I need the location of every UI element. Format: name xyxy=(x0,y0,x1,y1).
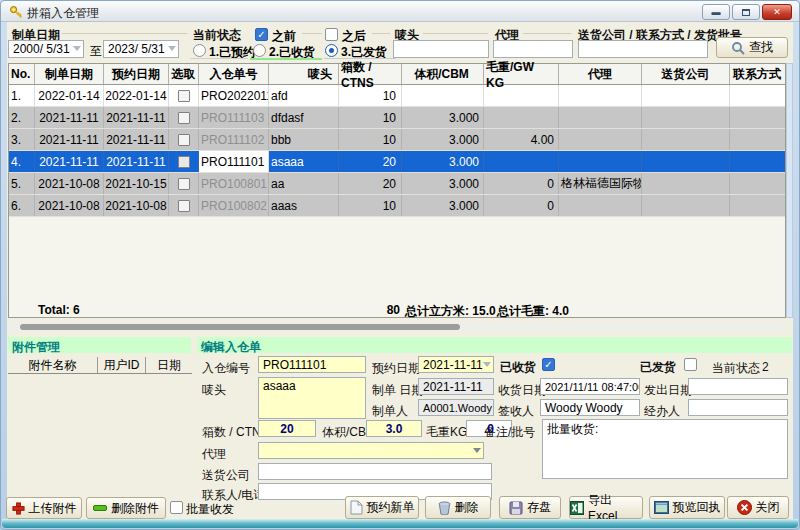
table-row[interactable]: 3. 2021-11-11 2021-11-11 PRO111102 bbb 1… xyxy=(9,129,785,151)
attachments-col-name[interactable]: 附件名称 xyxy=(8,357,98,373)
table-row[interactable]: 2. 2021-11-11 2021-11-11 PRO111103 dfdas… xyxy=(9,107,785,129)
table-row-selected[interactable]: 4. 2021-11-11 2021-11-11 PRO111101 asaaa… xyxy=(9,151,785,173)
chevron-down-icon[interactable] xyxy=(168,46,176,51)
send-date-input[interactable] xyxy=(688,378,788,395)
preview-receipt-button[interactable]: 预览回执 xyxy=(649,496,725,519)
row-checkbox[interactable] xyxy=(178,178,190,190)
search-button[interactable]: 查找 xyxy=(716,37,788,58)
attachments-col-date[interactable]: 日期 xyxy=(146,357,192,373)
cell-select xyxy=(169,85,199,106)
cell-pro-editing[interactable]: PRO111101 xyxy=(199,151,269,172)
cell-agent xyxy=(559,107,642,128)
filter-company-input[interactable] xyxy=(578,40,708,58)
scrollbar-thumb[interactable] xyxy=(20,324,460,330)
row-checkbox[interactable] xyxy=(178,200,190,212)
col-header-ctns[interactable]: 箱数 / CTNS xyxy=(339,64,402,84)
col-header-select[interactable]: 选取 xyxy=(169,64,199,84)
note-textarea[interactable]: 批量收货: xyxy=(542,419,788,479)
company-input[interactable] xyxy=(258,463,492,480)
book-date-combobox[interactable]: 2021-11-11 xyxy=(418,356,494,373)
cell-pro: PRO2022011401 xyxy=(199,85,269,106)
col-header-gw[interactable]: 毛重/GW KG xyxy=(484,64,559,84)
cell-cbm xyxy=(402,85,484,106)
cbm-input[interactable]: 3.0 xyxy=(366,420,422,437)
chevron-down-icon[interactable] xyxy=(73,46,81,51)
floppy-disk-icon xyxy=(509,501,523,515)
row-checkbox[interactable] xyxy=(178,90,190,102)
cell-no: 5. xyxy=(9,173,35,194)
cell-agent xyxy=(559,129,642,150)
handler-input[interactable] xyxy=(688,399,788,416)
close-button[interactable]: 关闭 xyxy=(727,496,789,519)
divider xyxy=(302,33,322,34)
col-header-no[interactable]: No. xyxy=(9,64,35,84)
mark-value: asaaa xyxy=(263,379,296,393)
date-from-combobox[interactable]: 2000/ 5/31 xyxy=(8,40,84,58)
ctns-input[interactable]: 20 xyxy=(258,420,316,437)
divider xyxy=(190,58,248,59)
col-header-company[interactable]: 送货公司 xyxy=(642,64,730,84)
received-label: 已收货 xyxy=(500,359,536,376)
cbm-value: 3.0 xyxy=(386,422,403,436)
mark-textarea[interactable]: asaaa xyxy=(258,377,366,419)
new-booking-button[interactable]: 预约新单 xyxy=(345,496,419,519)
cell-company xyxy=(642,173,730,194)
pro-input[interactable]: PRO111101 xyxy=(258,356,366,373)
received-checkbox[interactable]: ✓ xyxy=(542,358,555,371)
maximize-button[interactable] xyxy=(732,4,760,20)
row-checkbox[interactable] xyxy=(178,156,190,168)
cell-select xyxy=(169,129,199,150)
before-checkbox[interactable]: ✓ xyxy=(255,28,268,41)
cell-book-date: 2021-11-11 xyxy=(104,107,169,128)
search-button-label: 查找 xyxy=(749,39,773,56)
title-bar: 拼箱入仓管理 ▬ ✕ xyxy=(1,1,799,22)
receive-date-input[interactable]: 2021/11/11 08:47:00 xyxy=(540,378,640,395)
col-header-agent[interactable]: 代理 xyxy=(559,64,642,84)
cell-cbm: 3.000 xyxy=(402,107,484,128)
received-radio[interactable] xyxy=(253,44,266,57)
minus-icon xyxy=(93,504,107,512)
plus-icon xyxy=(12,502,25,515)
before-checkbox-label[interactable]: 之前 xyxy=(272,28,296,45)
col-header-mark[interactable]: 唛头 xyxy=(269,64,339,84)
col-header-pro[interactable]: 入仓单号 xyxy=(199,64,269,84)
chevron-down-icon[interactable] xyxy=(483,362,491,367)
agent-combobox[interactable] xyxy=(258,442,484,459)
shipped-radio[interactable] xyxy=(325,44,338,57)
row-checkbox[interactable] xyxy=(178,134,190,146)
export-excel-button[interactable]: 导出 Excel xyxy=(569,496,643,519)
delete-button[interactable]: 删除 xyxy=(425,496,491,519)
after-checkbox-label[interactable]: 之后 xyxy=(342,28,366,45)
col-header-contact[interactable]: 联系方式 xyxy=(730,64,785,84)
cell-gw xyxy=(484,151,559,172)
table-row[interactable]: 5. 2021-10-08 2021-10-15 PRO100801 aa 20… xyxy=(9,173,785,195)
vertical-scrollbar[interactable] xyxy=(786,63,793,318)
after-checkbox[interactable] xyxy=(325,28,338,41)
total-ctns: 80 xyxy=(330,303,400,317)
maker-label: 制单人 xyxy=(372,403,408,420)
delete-attachment-button[interactable]: 删除附件 xyxy=(86,497,166,519)
chevron-down-icon[interactable] xyxy=(473,448,481,453)
col-header-cbm[interactable]: 体积/CBM xyxy=(402,64,484,84)
shipped-checkbox[interactable] xyxy=(684,358,697,371)
filter-mark-input[interactable] xyxy=(393,40,489,58)
batch-checkbox-label[interactable]: 批量收发 xyxy=(186,501,234,518)
close-window-button[interactable]: ✕ xyxy=(762,4,792,20)
upload-attachment-button[interactable]: 上传附件 xyxy=(6,497,82,519)
trash-icon xyxy=(438,501,451,515)
batch-checkbox[interactable] xyxy=(170,501,183,514)
table-row[interactable]: 1. 2022-01-14 2022-01-14 PRO2022011401 a… xyxy=(9,85,785,107)
table-row[interactable]: 6. 2021-10-08 2021-10-08 PRO100802 aaas … xyxy=(9,195,785,217)
save-button[interactable]: 存盘 xyxy=(499,496,561,519)
horizontal-scrollbar[interactable] xyxy=(8,322,786,332)
col-header-make-date[interactable]: 制单日期 xyxy=(35,64,104,84)
attachments-col-user[interactable]: 用户ID xyxy=(98,357,146,373)
booked-radio[interactable] xyxy=(193,44,206,57)
cell-ctns: 10 xyxy=(339,85,402,106)
signer-input[interactable]: Woody Woody xyxy=(540,399,640,416)
col-header-book-date[interactable]: 预约日期 xyxy=(104,64,169,84)
date-to-combobox[interactable]: 2023/ 5/31 xyxy=(103,40,179,58)
row-checkbox[interactable] xyxy=(178,112,190,124)
filter-agent-input[interactable] xyxy=(493,40,573,58)
minimize-button[interactable]: ▬ xyxy=(702,4,730,20)
